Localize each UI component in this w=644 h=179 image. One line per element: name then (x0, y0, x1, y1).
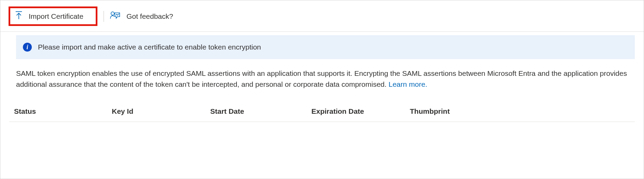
import-certificate-button[interactable]: Import Certificate (15, 11, 83, 22)
col-expiration-date: Expiration Date (311, 103, 410, 122)
highlight-import-certificate: Import Certificate (9, 6, 97, 26)
col-key-id: Key Id (112, 103, 210, 122)
certificate-table-wrapper: Status Key Id Start Date Expiration Date… (9, 103, 635, 122)
col-start-date: Start Date (210, 103, 311, 122)
col-status: Status (9, 103, 112, 122)
info-banner-message: Please import and make active a certific… (38, 43, 261, 51)
col-thumbprint: Thumbprint (410, 103, 635, 122)
upload-icon (15, 11, 23, 22)
description-body: SAML token encryption enables the use of… (16, 69, 627, 88)
info-banner: i Please import and make active a certif… (16, 35, 635, 59)
feedback-icon (110, 11, 120, 22)
import-certificate-label: Import Certificate (29, 12, 83, 20)
token-encryption-panel: Import Certificate Got feedback? i Pleas… (0, 0, 644, 179)
got-feedback-button[interactable]: Got feedback? (110, 11, 173, 22)
toolbar: Import Certificate Got feedback? (0, 0, 644, 32)
table-header-row: Status Key Id Start Date Expiration Date… (9, 103, 635, 122)
info-icon: i (23, 43, 32, 52)
content-area: i Please import and make active a certif… (0, 35, 644, 122)
description-text: SAML token encryption enables the use of… (16, 68, 628, 90)
got-feedback-label: Got feedback? (126, 12, 173, 20)
learn-more-link[interactable]: Learn more. (389, 80, 427, 88)
svg-point-2 (111, 12, 114, 15)
toolbar-divider (104, 11, 104, 22)
certificate-table: Status Key Id Start Date Expiration Date… (9, 103, 635, 122)
